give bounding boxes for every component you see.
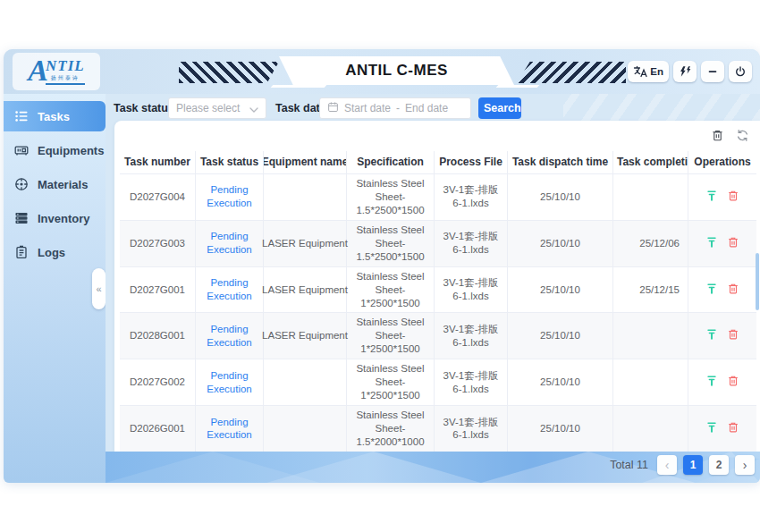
start-date-placeholder: Start date [344,102,391,114]
cell-operations [688,221,756,267]
download-button[interactable] [705,421,718,436]
cell-process-file: 3V-1套-排版6-1.lxds [435,267,508,314]
cell-equipment-name [264,359,347,406]
task-status-label: Task status [114,102,174,114]
cell-task-completion-time [613,359,688,406]
inventory-stack-icon [14,211,29,225]
column-header-task-number: Task number [120,151,196,174]
task-status-link[interactable]: Pending Execution [200,276,258,303]
sidebar-item-label: Equipments [38,144,104,157]
download-icon [705,236,718,251]
cell-task-completion-time [613,406,688,452]
delete-icon [727,236,739,251]
download-button[interactable] [705,190,718,205]
delete-button[interactable] [727,190,739,205]
sidebar-collapse-handle[interactable]: « [92,268,106,309]
delete-icon [727,421,739,436]
cell-task-completion-time [613,174,688,221]
refresh-icon [736,129,749,145]
task-status-link[interactable]: Pending Execution [200,416,258,443]
delete-button[interactable] [727,236,739,251]
cell-operations [688,359,756,406]
download-button[interactable] [705,328,718,343]
sidebar-item-tasks[interactable]: Tasks [4,101,106,131]
task-status-select[interactable]: Please select [168,97,266,119]
delete-button[interactable] [727,328,739,343]
cell-task-status: Pending Execution [196,221,264,267]
cell-task-completion-time: 25/12/06 [613,221,688,267]
task-status-link[interactable]: Pending Execution [200,183,258,210]
table-scrollbar[interactable] [756,253,759,310]
task-date-range-input[interactable]: Start date - End date [319,97,471,119]
cell-operations [688,313,756,359]
cell-equipment-name [264,406,347,452]
power-button[interactable] [729,61,752,82]
delete-icon [727,283,739,298]
table-row: D2027G002Pending ExecutionStainless Stee… [120,359,756,406]
bulk-delete-button[interactable] [711,129,724,145]
tasks-list-icon [14,109,29,123]
total-count: Total 11 [610,459,648,471]
prev-page-button[interactable]: ‹ [657,455,677,475]
sidebar-item-inventory[interactable]: Inventory [4,203,106,233]
download-button[interactable] [705,375,718,390]
download-button[interactable] [705,283,718,298]
page-button-1[interactable]: 1 [683,455,703,475]
sidebar: Tasks Equipments Materials Inventory Log… [4,94,106,483]
pagination: Total 11 ‹ 1 2 › [610,455,755,475]
page-button-2[interactable]: 2 [709,455,729,475]
cell-process-file: 3V-1套-排版6-1.lxds [435,221,508,267]
cell-specification: Stainless Steel Sheet-1.5*2500*1500 [347,174,435,221]
table-row: D2027G003Pending ExecutionLASER Equipmen… [120,221,756,267]
task-status-link[interactable]: Pending Execution [200,369,258,396]
calendar-icon [327,100,339,116]
task-status-link[interactable]: Pending Execution [200,323,258,350]
minimize-icon [706,65,719,78]
minimize-button[interactable] [701,61,724,82]
cell-task-dispatch-time: 25/10/10 [508,313,613,359]
date-range-separator: - [396,102,400,114]
main-content: Task status Please select Task date Star… [106,94,760,483]
task-status-link[interactable]: Pending Execution [200,230,258,257]
power-icon [734,65,747,78]
delete-icon [727,190,739,205]
sidebar-item-label: Materials [38,178,88,191]
cell-process-file: 3V-1套-排版6-1.lxds [435,313,508,359]
materials-wheel-icon [14,177,29,191]
quick-action-button[interactable] [673,61,697,82]
cell-equipment-name: LASER Equipment [264,267,347,314]
table-body: D2027G004Pending ExecutionStainless Stee… [120,174,756,452]
filter-bar: Task status Please select Task date Star… [106,97,760,120]
collapse-icon: « [96,283,101,294]
delete-icon [727,328,739,343]
download-button[interactable] [705,236,718,251]
cell-task-number: D2027G003 [120,221,196,267]
chevron-down-icon [249,100,258,116]
download-icon [705,421,718,436]
language-button[interactable]: En [628,61,669,82]
app-title: ANTIL C-MES [345,62,448,80]
cell-operations [688,406,756,452]
cell-equipment-name: LASER Equipment [264,221,347,267]
table-toolbar [114,121,760,149]
sidebar-item-materials[interactable]: Materials [4,169,106,199]
cell-task-status: Pending Execution [196,174,264,221]
screen: A NTIL 扬州泰诗 ANTIL C-MES En [0,0,760,532]
table-row: D2026G001Pending ExecutionStainless Stee… [120,406,756,452]
cell-task-dispatch-time: 25/10/10 [508,406,613,452]
cell-task-number: D2028G001 [120,313,196,359]
refresh-button[interactable] [736,129,749,145]
sidebar-item-logs[interactable]: Logs [4,237,106,267]
equipment-machine-icon [14,143,29,157]
table-panel: Task number Task status Equipment name S… [114,121,760,452]
next-page-button[interactable]: › [735,455,755,475]
window-controls: En [628,61,752,82]
delete-button[interactable] [727,283,739,298]
decor-stripes-right [517,62,626,83]
sidebar-item-equipments[interactable]: Equipments [4,135,106,165]
delete-button[interactable] [727,421,739,436]
select-placeholder: Please select [176,102,240,114]
delete-button[interactable] [727,375,739,390]
search-button[interactable]: Search [478,97,521,119]
delete-icon [727,375,739,390]
